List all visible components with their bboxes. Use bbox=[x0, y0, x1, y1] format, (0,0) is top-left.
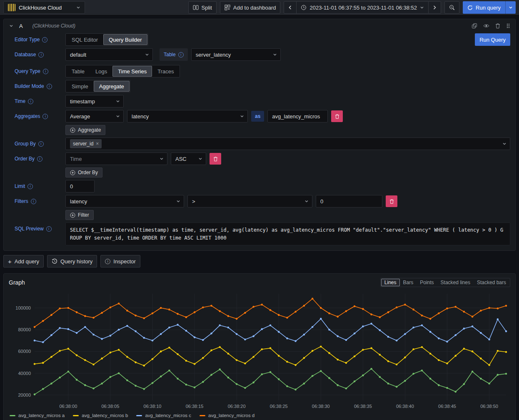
aggregate-function-select[interactable]: Average bbox=[65, 110, 124, 122]
add-order-by-button[interactable]: Order By bbox=[65, 168, 102, 178]
legend-item[interactable]: avg_latency_micros d bbox=[200, 413, 255, 418]
zoom-out-button[interactable] bbox=[444, 1, 459, 14]
order-by-direction-select[interactable]: ASC bbox=[171, 152, 206, 165]
remove-query-button[interactable] bbox=[495, 23, 500, 29]
group-by-row: Group By i server_id × bbox=[15, 138, 510, 150]
info-icon[interactable]: i bbox=[47, 84, 52, 89]
group-by-select[interactable]: server_id × bbox=[65, 138, 510, 150]
limit-input[interactable] bbox=[65, 180, 95, 192]
limit-label: Limit i bbox=[15, 183, 65, 189]
chevron-down-icon bbox=[509, 5, 513, 10]
info-icon[interactable]: i bbox=[42, 37, 47, 42]
time-shift-forward-button[interactable] bbox=[428, 1, 441, 14]
add-query-button[interactable]: + Add query bbox=[3, 255, 44, 268]
aggregate-column-select[interactable]: latency bbox=[127, 110, 248, 122]
filter-value-input[interactable] bbox=[316, 195, 382, 208]
query-type-traces[interactable]: Traces bbox=[152, 66, 179, 77]
datasource-picker[interactable]: ClickHouse Cloud bbox=[3, 1, 85, 14]
query-type-table[interactable]: Table bbox=[66, 66, 90, 77]
info-icon[interactable]: i bbox=[38, 141, 44, 147]
trash-icon bbox=[213, 156, 218, 162]
run-query-caret[interactable] bbox=[505, 1, 516, 14]
info-icon[interactable]: i bbox=[27, 184, 33, 189]
datasource-name: ClickHouse Cloud bbox=[19, 5, 73, 11]
inspector-button[interactable]: i Inspector bbox=[100, 255, 140, 268]
info-icon[interactable]: i bbox=[31, 199, 36, 204]
info-icon[interactable]: i bbox=[178, 52, 184, 58]
time-range-label: 2023-11-01 06:37:55 to 2023-11-01 06:38:… bbox=[309, 5, 417, 11]
time-column-select[interactable]: timestamp bbox=[65, 95, 124, 108]
aggregate-alias-input[interactable] bbox=[267, 110, 328, 122]
filter-operator-select[interactable]: > bbox=[187, 195, 312, 208]
filter-column-value: latency bbox=[70, 198, 173, 205]
chevron-left-icon bbox=[288, 5, 292, 10]
table-select[interactable]: server_latency bbox=[191, 48, 281, 61]
graph-style-stacked-bars[interactable]: Stacked bars bbox=[474, 279, 509, 286]
add-aggregate-button[interactable]: Aggregate bbox=[65, 125, 105, 135]
graph-style-points[interactable]: Points bbox=[417, 279, 437, 286]
remove-order-by-button[interactable] bbox=[210, 153, 221, 165]
query-type-logs[interactable]: Logs bbox=[90, 66, 112, 77]
svg-text:06:38:00: 06:38:00 bbox=[59, 404, 77, 409]
remove-tag-icon[interactable]: × bbox=[96, 141, 99, 147]
svg-text:06:38:05: 06:38:05 bbox=[102, 404, 120, 409]
builder-mode-toggle: Simple Aggregate bbox=[65, 80, 130, 92]
latency-chart[interactable]: 2000040000600008000010000006:38:0006:38:… bbox=[9, 290, 510, 411]
sql-preview-row: SQL Preview i SELECT $__timeInterval(tim… bbox=[15, 222, 510, 245]
panel-run-query-button[interactable]: Run Query bbox=[475, 33, 510, 46]
hide-query-button[interactable] bbox=[483, 23, 489, 28]
svg-text:60000: 60000 bbox=[18, 349, 31, 354]
info-icon[interactable]: i bbox=[42, 114, 48, 119]
svg-text:06:38:10: 06:38:10 bbox=[144, 404, 162, 409]
panel-run-query-label: Run Query bbox=[479, 37, 506, 43]
query-history-button[interactable]: Query history bbox=[47, 255, 97, 268]
duplicate-query-button[interactable] bbox=[472, 23, 477, 29]
legend-item[interactable]: avg_latency_micros b bbox=[73, 413, 128, 418]
plus-circle-icon bbox=[70, 170, 75, 175]
order-by-field-select[interactable]: Time bbox=[65, 152, 167, 165]
time-range-button[interactable]: 2023-11-01 06:37:55 to 2023-11-01 06:38:… bbox=[296, 1, 429, 14]
split-button[interactable]: Split bbox=[188, 1, 217, 14]
grip-dots-icon bbox=[506, 23, 510, 29]
sql-preview-text: SELECT $__timeInterval(timestamp) as tim… bbox=[65, 222, 510, 245]
run-query-split-button[interactable]: Run query bbox=[463, 1, 516, 14]
graph-style-stacked-lines[interactable]: Stacked lines bbox=[437, 279, 474, 286]
info-icon[interactable]: i bbox=[37, 156, 42, 162]
clickhouse-logo-icon bbox=[8, 4, 15, 11]
remove-filter-button[interactable] bbox=[386, 195, 397, 207]
legend-item[interactable]: avg_latency_micros c bbox=[136, 413, 191, 418]
query-datasource-hint: (ClickHouse Cloud) bbox=[32, 23, 75, 29]
svg-text:06:38:15: 06:38:15 bbox=[186, 404, 204, 409]
group-by-tag[interactable]: server_id × bbox=[70, 139, 102, 148]
database-select[interactable]: default bbox=[65, 48, 153, 61]
editor-type-query-builder[interactable]: Query Builder bbox=[103, 34, 147, 45]
filters-label: Filters i bbox=[15, 198, 65, 204]
builder-mode-label: Builder Mode i bbox=[15, 83, 65, 89]
filter-column-select[interactable]: latency bbox=[65, 195, 184, 208]
order-by-row: Order By i Time ASC bbox=[15, 152, 510, 165]
info-icon[interactable]: i bbox=[43, 69, 48, 74]
builder-mode-aggregate[interactable]: Aggregate bbox=[94, 81, 130, 92]
zoom-out-icon bbox=[449, 5, 455, 10]
chevron-down-icon bbox=[76, 5, 80, 10]
add-filter-button[interactable]: Filter bbox=[65, 210, 94, 220]
builder-mode-simple[interactable]: Simple bbox=[66, 81, 94, 92]
graph-title: Graph bbox=[9, 279, 25, 286]
info-icon[interactable]: i bbox=[46, 226, 52, 232]
chevron-down-icon bbox=[198, 157, 202, 161]
time-shift-back-button[interactable] bbox=[284, 1, 297, 14]
graph-style-lines[interactable]: Lines bbox=[381, 279, 400, 286]
info-icon[interactable]: i bbox=[28, 99, 33, 104]
drag-handle[interactable] bbox=[506, 23, 510, 29]
query-type-time-series[interactable]: Time Series bbox=[112, 66, 152, 77]
svg-text:40000: 40000 bbox=[18, 371, 31, 376]
legend-item[interactable]: avg_latency_micros a bbox=[10, 413, 65, 418]
group-by-label: Group By i bbox=[15, 141, 65, 147]
info-icon[interactable]: i bbox=[38, 52, 44, 58]
add-aggregate-row: Aggregate bbox=[15, 125, 510, 135]
add-to-dashboard-button[interactable]: Add to dashboard bbox=[220, 1, 281, 14]
graph-style-bars[interactable]: Bars bbox=[400, 279, 417, 286]
collapse-chevron-icon[interactable] bbox=[9, 23, 14, 28]
editor-type-sql-editor[interactable]: SQL Editor bbox=[66, 34, 103, 45]
remove-aggregate-button[interactable] bbox=[331, 110, 343, 122]
